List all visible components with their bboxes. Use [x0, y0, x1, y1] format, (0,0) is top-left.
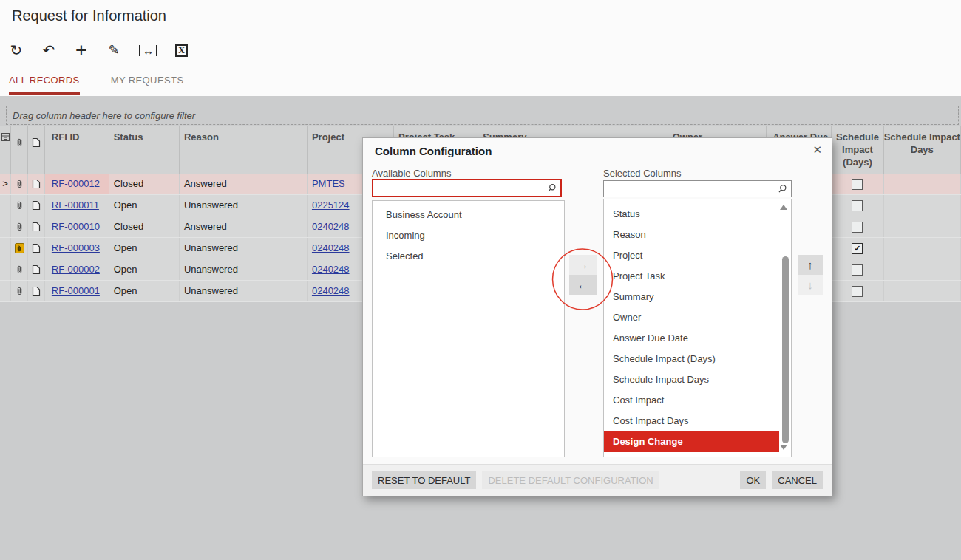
export-excel-icon[interactable]: X: [175, 44, 188, 57]
add-icon[interactable]: +: [74, 42, 89, 58]
scroll-up-arrow-icon[interactable]: [780, 205, 787, 210]
move-up-button[interactable]: ↑: [798, 255, 823, 275]
page-title: Request for Information: [12, 7, 166, 24]
attachments-column-header[interactable]: [11, 126, 28, 174]
scrollbar-thumb[interactable]: [782, 256, 789, 443]
project-link[interactable]: 0240248: [312, 285, 350, 296]
status-cell: Open: [109, 238, 180, 259]
selected-column-item[interactable]: Reason: [604, 225, 791, 245]
reason-cell: Unanswered: [180, 259, 308, 280]
filter-hint-text: Drag column header here to configure fil…: [13, 110, 195, 121]
status-cell: Open: [109, 281, 180, 301]
refresh-icon[interactable]: ↻: [9, 42, 24, 58]
available-column-item[interactable]: Business Account: [373, 205, 564, 225]
schedule-impact-checkbox[interactable]: [852, 179, 863, 190]
selected-column-item[interactable]: Cost Impact Days: [604, 411, 791, 431]
row-attachment-cell[interactable]: [11, 259, 28, 280]
project-link[interactable]: PMTES: [312, 178, 345, 189]
schedule-impact-checkbox[interactable]: [852, 200, 863, 211]
schedule-impact-checkbox[interactable]: [852, 286, 863, 297]
header-bar: Request for Information ↻↶+✎↔X ALL RECOR…: [0, 0, 961, 95]
column-settings-icon: [1, 133, 10, 141]
ok-button[interactable]: OK: [740, 471, 766, 489]
project-link[interactable]: 0240248: [312, 242, 350, 253]
note-icon: [32, 137, 41, 148]
fit-width-icon[interactable]: ↔: [139, 45, 157, 56]
row-attachment-cell[interactable]: [11, 174, 28, 194]
rfi-id-link[interactable]: RF-000012: [52, 178, 100, 189]
rfi-id-link[interactable]: RF-000010: [52, 221, 100, 232]
left-arrow-icon: ←: [577, 279, 589, 292]
paperclip-icon: [16, 264, 24, 275]
notes-column-header[interactable]: [28, 126, 45, 174]
column-header-schedule-impact[interactable]: Schedule Impact (Days): [832, 126, 883, 174]
column-header-rfi-id[interactable]: RFI ID: [45, 126, 109, 174]
row-attachment-cell[interactable]: [11, 238, 28, 259]
selected-column-item[interactable]: Schedule Impact Days: [604, 369, 791, 390]
schedule-impact-days-cell: [884, 216, 961, 237]
selected-column-item[interactable]: Cost Impact: [604, 390, 791, 411]
row-selector-marker: [0, 259, 11, 280]
selected-column-item[interactable]: Answer Due Date: [604, 328, 791, 349]
move-left-button[interactable]: ←: [569, 275, 597, 295]
tab-all-records[interactable]: ALL RECORDS: [9, 75, 80, 95]
reset-to-default-button[interactable]: RESET TO DEFAULT: [372, 471, 476, 489]
row-attachment-cell[interactable]: [11, 195, 28, 216]
screen: Request for Information ↻↶+✎↔X ALL RECOR…: [0, 0, 961, 560]
row-attachment-cell[interactable]: [11, 216, 28, 237]
scroll-down-arrow-icon[interactable]: [780, 445, 787, 450]
tab-my-requests[interactable]: MY REQUESTS: [111, 75, 184, 95]
project-link[interactable]: 0240248: [312, 264, 350, 275]
selected-column-item[interactable]: Project: [604, 245, 791, 266]
column-header-reason[interactable]: Reason: [180, 126, 308, 174]
row-attachment-cell[interactable]: [11, 281, 28, 301]
available-columns-list: Business AccountIncomingSelected: [372, 200, 565, 457]
row-note-cell[interactable]: [28, 216, 45, 237]
row-note-cell[interactable]: [28, 259, 45, 280]
selected-column-item[interactable]: Summary: [604, 287, 791, 307]
delete-default-configuration-button[interactable]: DELETE DEFAULT CONFIGURATION: [482, 471, 659, 489]
selected-column-item[interactable]: Schedule Impact (Days): [604, 349, 791, 369]
attachment-present-icon: [15, 243, 24, 253]
search-icon: [778, 184, 787, 194]
selected-column-item[interactable]: RFI ID: [604, 199, 791, 204]
move-down-button[interactable]: ↓: [798, 275, 823, 295]
note-icon: [32, 179, 41, 189]
schedule-impact-checkbox[interactable]: [852, 264, 863, 276]
column-header-status[interactable]: Status: [109, 126, 180, 174]
project-link[interactable]: 0225124: [312, 199, 350, 211]
available-column-item[interactable]: Selected: [373, 246, 564, 267]
rfi-id-link[interactable]: RF-000002: [52, 264, 100, 275]
rfi-id-link[interactable]: RF-000003: [52, 242, 100, 253]
column-configuration-dialog: Column Configuration ✕ Available Columns…: [362, 137, 832, 496]
status-cell: Open: [109, 195, 180, 216]
rfi-id-link[interactable]: RF-000011: [52, 199, 99, 211]
undo-icon[interactable]: ↶: [41, 42, 56, 58]
paperclip-icon: [16, 200, 24, 211]
column-settings-header[interactable]: [0, 126, 11, 174]
available-column-item[interactable]: Incoming: [373, 225, 564, 246]
schedule-impact-checkbox[interactable]: [852, 222, 863, 233]
selected-column-item[interactable]: Owner: [604, 307, 791, 328]
rfi-id-link[interactable]: RF-000001: [52, 285, 100, 296]
selected-column-item[interactable]: Project Task: [604, 266, 791, 287]
move-right-button[interactable]: →: [569, 255, 597, 275]
available-columns-search-input[interactable]: [372, 179, 562, 197]
row-note-cell[interactable]: [28, 238, 45, 259]
schedule-impact-days-cell: [884, 259, 961, 280]
edit-icon[interactable]: ✎: [106, 42, 121, 58]
row-note-cell[interactable]: [28, 174, 45, 194]
row-note-cell[interactable]: [28, 195, 45, 216]
project-link[interactable]: 0240248: [312, 221, 350, 232]
close-icon[interactable]: ✕: [812, 143, 822, 157]
selected-column-item[interactable]: Design Change: [604, 431, 779, 452]
note-icon: [32, 200, 41, 211]
column-header-schedule-impact-days[interactable]: Schedule Impact Days: [884, 126, 961, 174]
row-note-cell[interactable]: [28, 281, 45, 301]
schedule-impact-checkbox[interactable]: ✓: [852, 243, 863, 254]
filter-drop-zone[interactable]: Drag column header here to configure fil…: [6, 106, 959, 125]
cancel-button[interactable]: CANCEL: [772, 471, 823, 489]
schedule-impact-days-cell: [884, 281, 961, 301]
selected-columns-search-input[interactable]: [603, 180, 792, 197]
selected-column-item[interactable]: Status: [604, 204, 791, 225]
